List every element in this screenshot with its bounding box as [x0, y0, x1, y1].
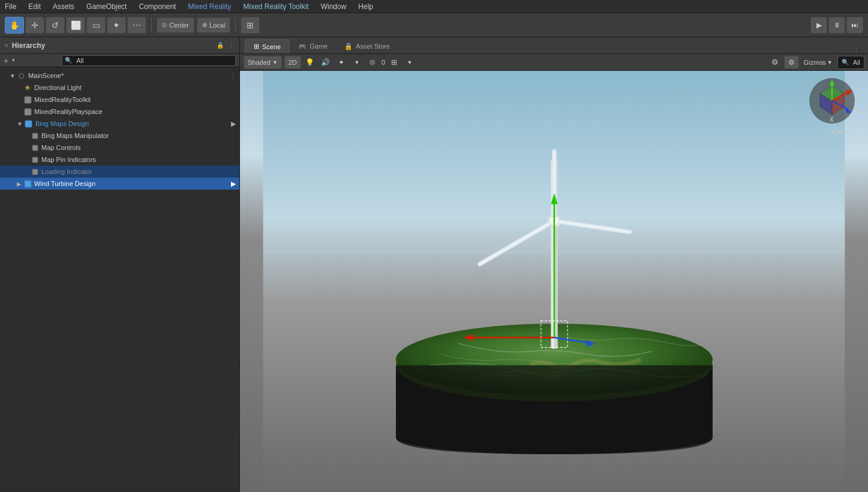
- 2d-label: 2D: [289, 59, 297, 66]
- hierarchy-tree: ▼ ⬡ MainScene* ⋮ ▶ ☀ Directional Light ▶…: [0, 67, 239, 492]
- fx-dropdown[interactable]: ▼: [350, 56, 364, 69]
- menu-bar: File Edit Assets GameObject Component Mi…: [0, 0, 868, 13]
- gizmos-label: Gizmos: [804, 59, 826, 66]
- separator-2: [235, 18, 236, 32]
- tabs-more-button[interactable]: ⋮: [849, 46, 863, 53]
- menu-mixed-reality[interactable]: Mixed Reality: [185, 2, 233, 11]
- grid-button[interactable]: ⊞: [241, 17, 260, 34]
- cube-icon-bmm: [30, 131, 40, 140]
- tree-item-wind-turbine-design[interactable]: ▶ Wind Turbine Design ▶: [0, 178, 239, 190]
- hierarchy-panel: ≡ Hierarchy 🔒 ⋮ + ▼ 🔍 ▼ ⬡ MainScene*: [0, 37, 240, 492]
- hand-tool-button[interactable]: ✋: [5, 17, 24, 34]
- scene-panel: ⊞ Scene 🎮 Game 🔒 Asset Store ⋮ Shaded ▼ …: [240, 37, 868, 492]
- svg-rect-7: [25, 181, 31, 187]
- center-button[interactable]: ⊙ Center: [157, 17, 194, 33]
- persp-label: ◂Persp: [830, 128, 851, 136]
- lighting-toggle[interactable]: 💡: [304, 56, 317, 69]
- menu-gameobject[interactable]: GameObject: [84, 2, 129, 11]
- shaded-label: Shaded: [248, 59, 271, 66]
- layers-icon: ◎: [366, 56, 379, 69]
- tree-label-wtd: Wind Turbine Design: [34, 180, 95, 187]
- play-button[interactable]: ▶: [810, 17, 827, 34]
- search-gizmos-label: All: [853, 59, 860, 66]
- svg-rect-0: [25, 97, 31, 103]
- hierarchy-search-input[interactable]: [74, 56, 233, 65]
- expand-arrow-wtd: ▶: [17, 181, 22, 187]
- svg-rect-5: [32, 157, 38, 163]
- cube-icon-mpi: [30, 155, 40, 164]
- menu-component[interactable]: Component: [136, 2, 178, 11]
- tree-label-mrp: MixedRealityPlayspace: [34, 108, 103, 115]
- dropdown-arrow[interactable]: ▼: [11, 58, 16, 63]
- rect-tool-button[interactable]: ▭: [86, 17, 106, 34]
- settings-icon[interactable]: ⚙: [768, 56, 782, 69]
- expand-arrow-bmd: ▼: [17, 121, 23, 127]
- tree-item-bing-maps-design[interactable]: ▼ Bing Maps Design ▶: [0, 118, 239, 130]
- tree-more-main-scene[interactable]: ⋮: [230, 73, 236, 79]
- tree-item-mr-playspace[interactable]: ▶ MixedRealityPlayspace: [0, 106, 239, 118]
- menu-help[interactable]: Help: [356, 2, 376, 11]
- hierarchy-lock-icon[interactable]: 🔒: [217, 42, 224, 49]
- expand-arrow-main-scene: ▼: [10, 73, 16, 79]
- menu-edit[interactable]: Edit: [26, 2, 43, 11]
- pause-button[interactable]: ⏸: [828, 17, 845, 34]
- svg-rect-1: [25, 109, 31, 115]
- 2d-button[interactable]: 2D: [284, 56, 301, 69]
- hierarchy-more-icon[interactable]: ⋮: [229, 42, 235, 49]
- menu-file[interactable]: File: [2, 2, 19, 11]
- cube-icon-mrp: [23, 107, 32, 116]
- search-gizmos: 🔍 All: [837, 56, 864, 69]
- turbine-scene: [240, 71, 868, 492]
- tab-game-label: Game: [310, 43, 328, 50]
- tree-item-map-pin-indicators[interactable]: ▶ Map Pin Indicators: [0, 154, 239, 166]
- step-button[interactable]: ⏭: [846, 17, 863, 34]
- tree-label-li: Loading Indicator: [41, 168, 92, 175]
- menu-window[interactable]: Window: [319, 2, 349, 11]
- tab-asset-store[interactable]: 🔒 Asset Store: [336, 39, 398, 53]
- tree-item-map-controls[interactable]: ▶ Map Controls: [0, 142, 239, 154]
- local-button[interactable]: ⊕ Local: [197, 17, 230, 33]
- menu-mixed-reality-toolkit[interactable]: Mixed Reality Toolkit: [241, 2, 311, 11]
- menu-assets[interactable]: Assets: [50, 2, 77, 11]
- game-icon: 🎮: [298, 43, 307, 50]
- custom-tool-button[interactable]: ⋯: [127, 17, 146, 34]
- hierarchy-search-bar: + ▼ 🔍: [0, 54, 239, 67]
- cube-icon-li: [30, 167, 40, 176]
- svg-rect-6: [32, 169, 38, 175]
- svg-rect-3: [32, 133, 38, 139]
- arrow-right-bmd[interactable]: ▶: [231, 120, 236, 128]
- tree-item-main-scene[interactable]: ▼ ⬡ MainScene* ⋮: [0, 70, 239, 82]
- shaded-dropdown[interactable]: Shaded ▼: [244, 56, 282, 69]
- search-gizmos-icon: 🔍: [842, 59, 849, 65]
- rotate-tool-button[interactable]: ↺: [46, 17, 65, 34]
- scene-tabs: ⊞ Scene 🎮 Game 🔒 Asset Store ⋮: [240, 37, 868, 54]
- arrow-right-wtd[interactable]: ▶: [231, 180, 236, 188]
- layers-dropdown[interactable]: ▼: [403, 56, 416, 69]
- tree-label-main-scene: MainScene*: [28, 72, 64, 79]
- scale-tool-button[interactable]: ⬜: [66, 17, 85, 34]
- main-toolbar: ✋ ✛ ↺ ⬜ ▭ ✦ ⋯ ⊙ Center ⊕ Local ⊞ ▶ ⏸ ⏭: [0, 13, 868, 37]
- scene-viewport[interactable]: X ◂Persp: [240, 71, 868, 492]
- cube-icon-mc: [30, 143, 40, 152]
- add-icon[interactable]: +: [4, 56, 8, 65]
- tree-label-bmm: Bing Maps Manipulator: [41, 132, 109, 139]
- render-mode-dropdown[interactable]: ⚙: [784, 56, 799, 69]
- hierarchy-title: Hierarchy: [12, 41, 45, 50]
- tree-item-bing-maps-manipulator[interactable]: ▶ Bing Maps Manipulator: [0, 130, 239, 142]
- tab-asset-store-label: Asset Store: [356, 43, 390, 50]
- audio-toggle[interactable]: 🔊: [319, 56, 332, 69]
- gizmos-dropdown[interactable]: Gizmos ▼: [801, 56, 835, 69]
- fx-toggle[interactable]: ✦: [335, 56, 348, 69]
- tab-scene[interactable]: ⊞ Scene: [245, 39, 290, 53]
- svg-rect-4: [32, 145, 38, 151]
- layers-grid[interactable]: ⊞: [388, 56, 401, 69]
- move-tool-button[interactable]: ✛: [25, 17, 44, 34]
- tree-item-loading-indicator[interactable]: ▶ Loading Indicator: [0, 166, 239, 178]
- tree-item-mixed-reality-toolkit[interactable]: ▶ MixedRealityToolkit: [0, 94, 239, 106]
- shaded-arrow: ▼: [272, 59, 278, 65]
- tab-game[interactable]: 🎮 Game: [290, 39, 336, 53]
- transform-tool-button[interactable]: ✦: [107, 17, 126, 34]
- separator-1: [151, 18, 152, 32]
- tree-item-directional-light[interactable]: ▶ ☀ Directional Light: [0, 82, 239, 94]
- orientation-gizmo[interactable]: X: [808, 77, 856, 125]
